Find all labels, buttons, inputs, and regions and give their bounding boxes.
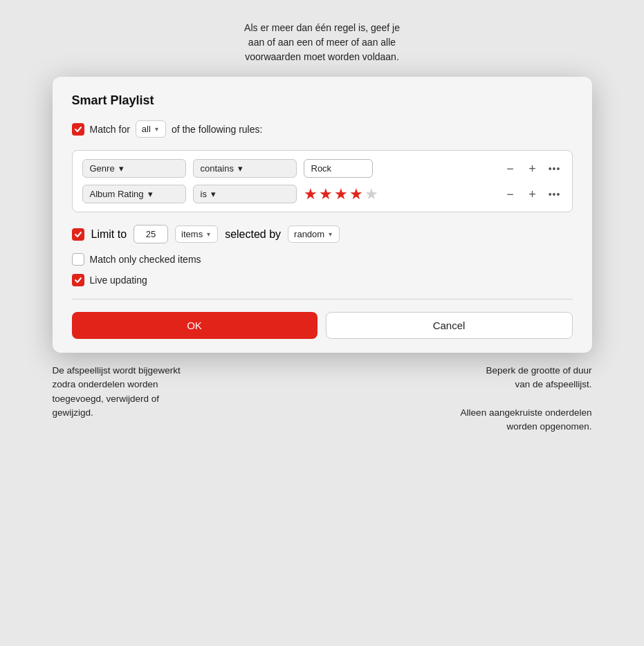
button-row: OK Cancel bbox=[72, 312, 573, 339]
live-updating-checkmark-icon bbox=[74, 276, 82, 284]
annotations-bottom: De afspeellijst wordt bijgewerkt zodra o… bbox=[53, 364, 592, 434]
album-rating-operator-label: is bbox=[201, 189, 207, 199]
annotation-top: Als er meer dan één regel is, geef je aa… bbox=[244, 21, 400, 64]
rule-2-more-button[interactable]: ••• bbox=[547, 187, 562, 202]
album-rating-field-dropdown[interactable]: Album Rating ▾ bbox=[82, 185, 186, 203]
match-label-pre: Match for bbox=[90, 124, 130, 135]
limit-label: Limit to bbox=[91, 228, 127, 241]
genre-operator-chevron-icon: ▾ bbox=[238, 163, 243, 174]
genre-value-input[interactable] bbox=[304, 159, 373, 178]
genre-chevron-icon: ▾ bbox=[119, 163, 124, 174]
genre-field-dropdown[interactable]: Genre ▾ bbox=[82, 159, 186, 178]
genre-operator-dropdown[interactable]: contains ▾ bbox=[193, 159, 297, 178]
limit-value-input[interactable] bbox=[134, 225, 168, 243]
live-updating-label: Live updating bbox=[90, 275, 147, 286]
match-label-post: of the following rules: bbox=[172, 124, 263, 135]
rule-row-1: Genre ▾ contains ▾ − + ••• bbox=[82, 159, 562, 178]
album-rating-operator-dropdown[interactable]: is ▾ bbox=[193, 185, 297, 203]
rule-1-remove-button[interactable]: − bbox=[503, 161, 518, 176]
star-1[interactable]: ★ bbox=[304, 185, 318, 203]
album-rating-field-label: Album Rating bbox=[90, 189, 144, 199]
match-all-dropdown[interactable]: all ▾ bbox=[136, 120, 166, 138]
genre-field-label: Genre bbox=[90, 163, 115, 174]
match-row: Match for all ▾ of the following rules: bbox=[72, 120, 573, 138]
smart-playlist-dialog: Smart Playlist Match for all ▾ of the fo… bbox=[53, 77, 592, 353]
divider bbox=[72, 299, 573, 299]
album-rating-chevron-icon: ▾ bbox=[148, 189, 153, 199]
selected-by-label: selected by bbox=[225, 228, 281, 241]
annotation-bottom-left: De afspeellijst wordt bijgewerkt zodra o… bbox=[53, 364, 322, 434]
match-checkbox[interactable] bbox=[72, 123, 84, 136]
rule-2-remove-button[interactable]: − bbox=[503, 187, 518, 202]
limit-section: Limit to items ▾ selected by random ▾ bbox=[72, 225, 573, 243]
rules-section: Genre ▾ contains ▾ − + ••• Album Rating bbox=[72, 150, 573, 212]
annotation-bottom-right: Beperk de grootte of duur van de afspeel… bbox=[322, 364, 592, 434]
rule-1-more-button[interactable]: ••• bbox=[547, 161, 562, 176]
cancel-button[interactable]: Cancel bbox=[326, 312, 573, 339]
live-updating-checkbox[interactable] bbox=[72, 274, 84, 286]
match-dropdown-chevron: ▾ bbox=[155, 125, 158, 133]
rule-1-actions: − + ••• bbox=[503, 161, 562, 176]
selected-by-dropdown[interactable]: random ▾ bbox=[288, 225, 340, 243]
match-only-checked-row: Match only checked items bbox=[72, 253, 573, 266]
dialog-title: Smart Playlist bbox=[72, 93, 573, 108]
match-only-checkbox[interactable] bbox=[72, 253, 84, 266]
star-4[interactable]: ★ bbox=[349, 185, 363, 203]
limit-checkmark-icon bbox=[74, 230, 82, 239]
selected-by-value: random bbox=[294, 229, 324, 239]
genre-operator-label: contains bbox=[201, 163, 234, 174]
outer-container: Als er meer dan één regel is, geef je aa… bbox=[14, 14, 630, 646]
limit-checkbox[interactable] bbox=[72, 228, 84, 241]
live-updating-row: Live updating bbox=[72, 274, 573, 286]
rule-row-2: Album Rating ▾ is ▾ ★ ★ ★ ★ ★ − + •• bbox=[82, 185, 562, 203]
limit-unit-label: items bbox=[181, 229, 203, 239]
limit-unit-chevron-icon: ▾ bbox=[207, 230, 210, 238]
checkmark-icon bbox=[74, 125, 82, 133]
rule-1-add-button[interactable]: + bbox=[525, 161, 540, 176]
match-value: all bbox=[142, 124, 151, 134]
rule-2-add-button[interactable]: + bbox=[525, 187, 540, 202]
rule-2-actions: − + ••• bbox=[503, 187, 562, 202]
album-rating-operator-chevron-icon: ▾ bbox=[211, 189, 216, 199]
annotation-bottom-right-top: Beperk de grootte of duur van de afspeel… bbox=[336, 364, 592, 392]
selected-by-chevron-icon: ▾ bbox=[329, 230, 332, 238]
star-3[interactable]: ★ bbox=[334, 185, 348, 203]
match-only-label: Match only checked items bbox=[90, 254, 201, 265]
annotation-bottom-right-bottom: Alleen aangekruiste onderdelen worden op… bbox=[336, 406, 592, 434]
star-2[interactable]: ★ bbox=[319, 185, 333, 203]
ok-button[interactable]: OK bbox=[72, 312, 318, 339]
limit-unit-dropdown[interactable]: items ▾ bbox=[175, 225, 218, 243]
star-5[interactable]: ★ bbox=[365, 185, 378, 203]
star-rating[interactable]: ★ ★ ★ ★ ★ bbox=[304, 185, 378, 203]
